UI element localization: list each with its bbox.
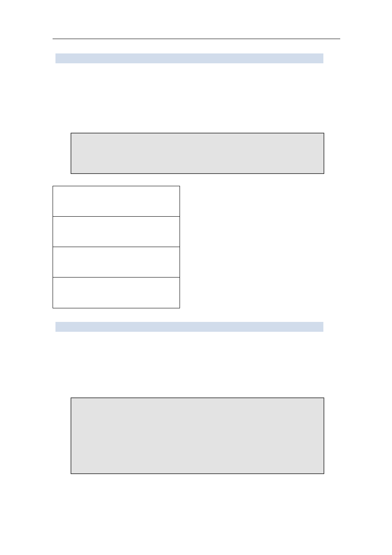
spec-table — [53, 186, 180, 308]
table-row — [53, 217, 180, 247]
table-row — [53, 278, 180, 308]
table-row — [53, 247, 180, 278]
code-block-1 — [71, 133, 324, 174]
section-heading-1 — [55, 53, 323, 63]
section-heading-2 — [55, 322, 323, 332]
table-row — [53, 186, 180, 217]
page-container — [0, 0, 392, 555]
code-block-2 — [71, 398, 324, 474]
header-rule — [53, 39, 340, 39]
